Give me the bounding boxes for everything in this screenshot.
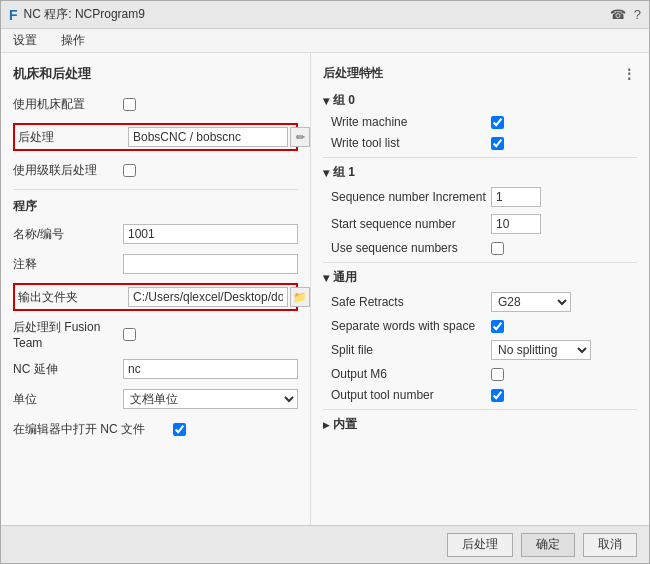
separate-words-control [491,320,504,333]
safe-retracts-select[interactable]: G28 G53 clearance height [491,292,571,312]
group0-header[interactable]: ▾ 组 0 [323,92,637,109]
start-seq-input[interactable] [491,214,541,234]
group1-label: 组 1 [333,164,355,181]
builtin-arrow: ▸ [323,418,329,432]
ok-button[interactable]: 确定 [521,533,575,557]
name-number-row: 名称/编号 [13,223,298,245]
left-panel: 机床和后处理 使用机床配置 后处理 ✏ ... 使用级联后处理 [1,53,311,525]
menu-operations[interactable]: 操作 [57,30,89,51]
group0-label: 组 0 [333,92,355,109]
split-file-row: Split file No splitting By tool By opera… [323,340,637,360]
group0-arrow: ▾ [323,94,329,108]
output-tool-number-checkbox[interactable] [491,389,504,402]
output-folder-row: 输出文件夹 📁 ... [13,283,298,311]
output-folder-label: 输出文件夹 [18,289,128,306]
post-processor-edit-btn[interactable]: ✏ [290,127,310,147]
name-number-input[interactable] [123,224,298,244]
general-section: ▾ 通用 Safe Retracts G28 G53 clearance hei… [323,269,637,402]
open-in-editor-control [173,423,298,436]
post-to-fusion-checkbox[interactable] [123,328,136,341]
nc-extension-label: NC 延伸 [13,361,123,378]
main-content: 机床和后处理 使用机床配置 后处理 ✏ ... 使用级联后处理 [1,53,649,525]
output-folder-input[interactable] [128,287,288,307]
general-label: 通用 [333,269,357,286]
use-seq-checkbox[interactable] [491,242,504,255]
post-processor-row: 后处理 ✏ ... [13,123,298,151]
menu-bar: 设置 操作 [1,29,649,53]
post-processor-label: 后处理 [18,129,128,146]
comment-row: 注释 [13,253,298,275]
write-machine-checkbox[interactable] [491,116,504,129]
menu-settings[interactable]: 设置 [9,30,41,51]
write-machine-row: Write machine [323,115,637,129]
post-process-button[interactable]: 后处理 [447,533,513,557]
use-group-post-checkbox[interactable] [123,164,136,177]
unit-control: 文档单位 [123,389,298,409]
name-number-label: 名称/编号 [13,226,123,243]
use-group-post-label: 使用级联后处理 [13,162,123,179]
builtin-section: ▸ 内置 [323,416,637,433]
use-seq-row: Use sequence numbers [323,241,637,255]
use-machine-checkbox[interactable] [123,98,136,111]
post-processor-control: ✏ ... [128,127,311,147]
safe-retracts-row: Safe Retracts G28 G53 clearance height [323,292,637,312]
post-to-fusion-control [123,328,298,341]
right-section-title: 后处理特性 [323,65,383,82]
seq-increment-row: Sequence number Increment [323,187,637,207]
more-options-btn[interactable]: ⋮ [622,66,637,82]
use-machine-label: 使用机床配置 [13,96,123,113]
nc-extension-row: NC 延伸 [13,358,298,380]
title-bar-controls: ☎ ? [610,7,641,22]
builtin-header[interactable]: ▸ 内置 [323,416,637,433]
group1-section: ▾ 组 1 Sequence number Increment Start se… [323,164,637,255]
write-tool-list-label: Write tool list [331,136,491,150]
post-processor-input[interactable] [128,127,288,147]
use-seq-label: Use sequence numbers [331,241,491,255]
comment-input[interactable] [123,254,298,274]
output-folder-control: 📁 ... [128,287,311,307]
group1-arrow: ▾ [323,166,329,180]
output-folder-browse-btn[interactable]: 📁 [290,287,310,307]
output-m6-checkbox[interactable] [491,368,504,381]
use-machine-control [123,98,298,111]
right-panel: 后处理特性 ⋮ ▾ 组 0 Write machine Write tool l… [311,53,649,525]
right-section-header: 后处理特性 ⋮ [323,65,637,82]
nc-extension-input[interactable] [123,359,298,379]
safe-retracts-control: G28 G53 clearance height [491,292,571,312]
output-tool-number-row: Output tool number [323,388,637,402]
unit-select[interactable]: 文档单位 [123,389,298,409]
help-icon[interactable]: ? [634,7,641,22]
open-in-editor-row: 在编辑器中打开 NC 文件 [13,418,298,440]
seq-increment-input[interactable] [491,187,541,207]
program-section-title: 程序 [13,198,298,215]
cancel-button[interactable]: 取消 [583,533,637,557]
start-seq-control [491,214,541,234]
left-section-title: 机床和后处理 [13,65,298,83]
start-seq-row: Start sequence number [323,214,637,234]
write-tool-list-checkbox[interactable] [491,137,504,150]
post-to-fusion-label: 后处理到 Fusion Team [13,319,123,350]
split-file-select[interactable]: No splitting By tool By operation [491,340,591,360]
use-group-post-row: 使用级联后处理 [13,159,298,181]
title-bar: F NC 程序: NCProgram9 ☎ ? [1,1,649,29]
app-icon: F [9,7,18,23]
group1-header[interactable]: ▾ 组 1 [323,164,637,181]
write-tool-list-control [491,137,504,150]
title-bar-left: F NC 程序: NCProgram9 [9,6,145,23]
separate-words-row: Separate words with space [323,319,637,333]
post-to-fusion-row: 后处理到 Fusion Team [13,319,298,350]
phone-icon[interactable]: ☎ [610,7,626,22]
output-tool-number-control [491,389,504,402]
use-machine-row: 使用机床配置 [13,93,298,115]
separate-words-checkbox[interactable] [491,320,504,333]
window-title: NC 程序: NCProgram9 [24,6,145,23]
main-window: F NC 程序: NCProgram9 ☎ ? 设置 操作 机床和后处理 使用机… [0,0,650,564]
split-file-label: Split file [331,343,491,357]
general-header[interactable]: ▾ 通用 [323,269,637,286]
name-number-control [123,224,298,244]
output-m6-label: Output M6 [331,367,491,381]
open-in-editor-checkbox[interactable] [173,423,186,436]
seq-increment-label: Sequence number Increment [331,190,491,204]
footer: 后处理 确定 取消 [1,525,649,563]
group0-section: ▾ 组 0 Write machine Write tool list [323,92,637,150]
